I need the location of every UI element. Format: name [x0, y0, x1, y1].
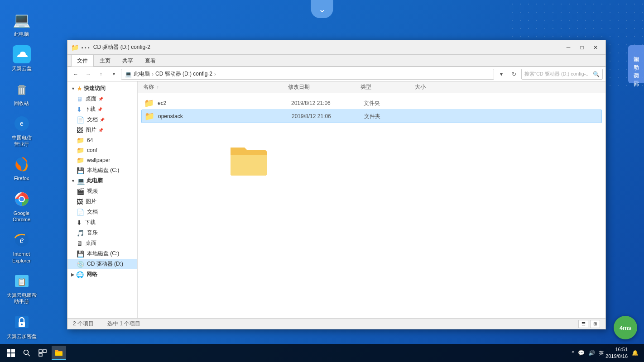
search-icon: 🔍 [593, 71, 600, 77]
sidebar-item-docs[interactable]: 📄 文档 [67, 207, 137, 217]
taskbar-clock[interactable]: 16:51 2019/8/16 [606, 346, 628, 360]
sidebar-item-c-drive-label: 本地磁盘 (C:) [87, 250, 119, 257]
tray-message-icon[interactable]: 💬 [578, 350, 585, 356]
sidebar-item-c-drive[interactable]: 💾 本地磁盘 (C:) [67, 248, 137, 259]
file-item-openstack[interactable]: 📁 openstack 2019/8/12 21:06 文件夹 [141, 110, 602, 123]
task-view-button[interactable] [35, 346, 50, 360]
file-item-ec2[interactable]: 📁 ec2 2019/8/12 21:06 文件夹 [141, 97, 602, 110]
desktop-quick-icon: 🖥 [77, 95, 83, 103]
taskbar-tray: ^ 💬 🔊 英 [572, 350, 604, 357]
wallpaper-folder-icon: 📁 [77, 157, 84, 164]
this-pc-sidebar-icon: 💻 [77, 177, 85, 185]
address-dropdown-button[interactable]: ▾ [496, 69, 507, 80]
conf-folder-icon: 📁 [77, 147, 84, 154]
sidebar-item-local-disk-c[interactable]: 💾 本地磁盘 (C:) [67, 165, 137, 176]
col-header-type[interactable]: 类型 [359, 83, 413, 91]
desktop-icon-ie[interactable]: e InternetExplorer [5, 229, 38, 266]
sidebar-item-64[interactable]: 📁 64 [67, 135, 137, 145]
svg-point-18 [21, 324, 23, 325]
local-disk-c-icon: 💾 [77, 167, 84, 174]
sidebar-item-music[interactable]: 🎵 音乐 [67, 228, 137, 238]
address-path[interactable]: 💻 此电脑 › CD 驱动器 (D:) config-2 › [121, 69, 494, 80]
refresh-button[interactable]: ↻ [509, 69, 519, 80]
address-path-pc: 此电脑 [134, 70, 150, 78]
desktop-icon-recycle[interactable]: 回收站 [5, 78, 38, 108]
sidebar-item-desktop-quick-label: 桌面 [86, 95, 96, 103]
music-icon: 🎵 [77, 229, 84, 237]
desktop-icon-firefox[interactable]: Firefox [5, 153, 38, 183]
sidebar-item-docs-label: 文档 [87, 208, 98, 216]
desktop: ⌄ 💻 此电脑 天翼云盘 [0, 0, 644, 362]
this-pc-sidebar-label: 此电脑 [87, 177, 103, 185]
list-view-button[interactable]: ☰ [578, 320, 588, 328]
sidebar-item-pictures[interactable]: 🖼 图片 [67, 196, 137, 207]
file-explorer-taskbar-button[interactable] [52, 346, 66, 360]
cloud-helper-label: 天翼云电脑帮助手册 [7, 292, 37, 305]
desktop-icon-cloud[interactable]: 天翼云盘 [5, 43, 38, 73]
sidebar-item-d-drive-label: CD 驱动器 (D:) [87, 260, 123, 268]
sidebar-item-pictures-quick[interactable]: 🖼 图片 📌 [67, 125, 137, 135]
recent-button[interactable]: ▾ [108, 69, 119, 80]
address-path-drive: CD 驱动器 (D:) config-2 [155, 70, 212, 78]
side-panel-text-4: 部工 [632, 74, 640, 79]
sidebar-quick-access-header[interactable]: ▼ ★ 快速访问 [67, 83, 137, 94]
download-quick-icon: ⬇ [77, 106, 82, 113]
tray-up-arrow-icon[interactable]: ^ [572, 350, 574, 356]
cloud-icon [13, 45, 31, 63]
start-button[interactable] [4, 346, 18, 360]
notification-button[interactable]: 🔔 [630, 346, 640, 360]
side-panel[interactable]: 阅读 助手 请勿 部工 [628, 45, 644, 83]
column-headers: 名称 ↑ 修改日期 类型 大小 [138, 81, 606, 93]
forward-button[interactable]: → [83, 69, 94, 80]
sidebar-item-download-quick[interactable]: ⬇ 下载 📌 [67, 104, 137, 114]
tab-view[interactable]: 查看 [139, 55, 162, 67]
videos-icon: 🎬 [77, 188, 84, 195]
desktop-icon-cloud-lock[interactable]: 天翼云加密盘 [5, 311, 38, 341]
grid-view-button[interactable]: ⊞ [590, 320, 600, 328]
sidebar-item-wallpaper[interactable]: 📁 wallpaper [67, 155, 137, 165]
address-bar: ← → ↑ ▾ 💻 此电脑 › CD 驱动器 (D:) config-2 › ▾… [67, 67, 606, 81]
sidebar-item-desktop[interactable]: 🖥 桌面 [67, 238, 137, 248]
tab-home[interactable]: 主页 [94, 55, 116, 67]
side-panel-text-1: 阅读 [632, 50, 640, 54]
64-folder-icon: 📁 [77, 137, 84, 144]
path-separator-2: › [214, 71, 216, 77]
minimize-button[interactable]: ─ [562, 43, 575, 52]
sidebar-item-desktop-quick[interactable]: 🖥 桌面 📌 [67, 94, 137, 104]
chrome-icon [13, 190, 31, 208]
tray-ime-text[interactable]: 英 [599, 350, 604, 357]
col-header-size[interactable]: 大小 [413, 83, 458, 91]
window-controls: ─ □ ✕ [562, 43, 602, 52]
sidebar-network-header[interactable]: ▶ 🌐 网络 [67, 269, 137, 280]
sidebar-this-pc-header[interactable]: ▼ 💻 此电脑 [67, 176, 137, 186]
sidebar-item-pictures-label: 图片 [86, 198, 96, 205]
tray-volume-icon[interactable]: 🔊 [588, 350, 595, 356]
up-button[interactable]: ↑ [96, 69, 106, 80]
telecom-label: 中国电信营业厅 [12, 134, 32, 148]
desktop-icon-this-pc[interactable]: 💻 此电脑 [5, 9, 38, 39]
back-button[interactable]: ← [70, 69, 81, 80]
performance-badge: 4ms [614, 316, 637, 339]
taskbar-search-button[interactable] [20, 346, 34, 360]
close-button[interactable]: ✕ [589, 43, 602, 52]
path-separator-1: › [152, 71, 154, 77]
quick-access-label: 快速访问 [84, 85, 106, 92]
sidebar-item-downloads[interactable]: ⬇ 下载 [67, 217, 137, 228]
col-header-name[interactable]: 名称 ↑ [141, 83, 286, 91]
top-dropdown-button[interactable]: ⌄ [311, 0, 333, 18]
openstack-date: 2019/8/12 21:06 [292, 113, 364, 119]
tab-share[interactable]: 共享 [116, 55, 139, 67]
col-header-date[interactable]: 修改日期 [286, 83, 359, 91]
desktop-icon-cloud-helper[interactable]: 📋 天翼云电脑帮助手册 [5, 270, 38, 307]
docs-icon: 📄 [77, 209, 84, 216]
sidebar-item-d-drive[interactable]: 💿 CD 驱动器 (D:) [67, 259, 137, 269]
sidebar-item-conf[interactable]: 📁 conf [67, 145, 137, 155]
tab-file[interactable]: 文件 [71, 55, 94, 67]
desktop-icon-telecom[interactable]: e 中国电信营业厅 [5, 113, 38, 149]
notification-icon: 🔔 [632, 350, 639, 356]
sidebar-item-docs-quick[interactable]: 📄 文档 📌 [67, 114, 137, 125]
sidebar-item-videos[interactable]: 🎬 视频 [67, 186, 137, 196]
maximize-button[interactable]: □ [576, 43, 588, 52]
search-box[interactable]: 搜索"CD 驱动器 (D:) config-... 🔍 [521, 69, 603, 80]
desktop-icon-chrome[interactable]: GoogleChrome [5, 188, 38, 225]
